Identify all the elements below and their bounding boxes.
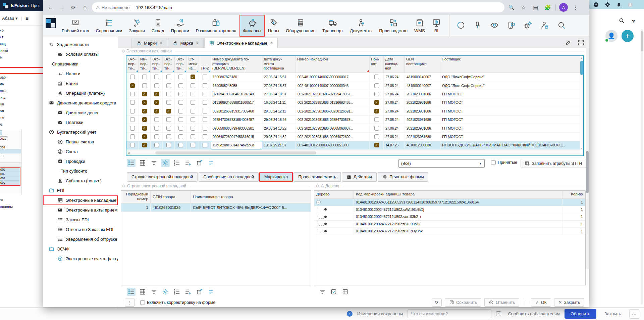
ribbon-item-9[interactable]: Транспорт: [319, 15, 347, 37]
ribbon-item-0[interactable]: Рабочий стол: [58, 15, 93, 37]
tab-0[interactable]: Марки ×: [131, 38, 167, 48]
cell-doc-date[interactable]: 29.03.24 15:26: [262, 116, 296, 124]
row-checkbox[interactable]: [191, 92, 195, 96]
cell-doc-number[interactable]: 0206407230917453316015: [211, 133, 262, 141]
fill-ettn-button[interactable]: Заполнить атрибуты ЭТТН: [521, 159, 586, 168]
marking-tree-table[interactable]: Дерево Код маркировки единицы товара Кол…: [314, 190, 586, 285]
table-row-4[interactable]: ✓✓✓032301265915931708946029.03.24 12:110…: [126, 107, 583, 116]
table-header[interactable]: Экс-пор-ти-..Им-пор-ти-..Экс-пор-ти-..Эк…: [126, 56, 583, 73]
reload-icon[interactable]: ⟳: [69, 3, 78, 12]
row-checkbox[interactable]: [203, 100, 207, 105]
col-header-2[interactable]: Номер накладной: [296, 56, 370, 73]
cell-supplier[interactable]: ГП МОГОСТ: [440, 90, 583, 98]
close-form-button[interactable]: ✕ Закрыть: [554, 298, 585, 307]
col-header-check-4[interactable]: Экс-пор-ти-..: [175, 56, 187, 73]
sidebar-item-10[interactable]: Планы счетов: [43, 137, 118, 147]
sidebar-item-12[interactable]: Проводки: [43, 156, 118, 166]
row-checkbox[interactable]: ✓: [154, 92, 159, 96]
table-hscrollbar[interactable]: ◀: [126, 150, 580, 155]
tree-collapse-icon[interactable]: −: [316, 200, 321, 204]
accepted-row-checkbox[interactable]: [374, 75, 379, 79]
row-checkbox[interactable]: [178, 100, 183, 105]
bold-button[interactable]: B: [25, 16, 29, 21]
row-checkbox[interactable]: ✓: [142, 92, 147, 96]
tree-row-1[interactable]: 0104810012002437212U50ZzaW□93c%Dj 1: [314, 206, 585, 214]
tb-list-button[interactable]: [127, 159, 136, 167]
security-chip[interactable]: ⚠ Не защищено: [96, 5, 133, 10]
ribbon-item-6[interactable]: Финансы: [239, 15, 265, 37]
line-row-0[interactable]: 1 4810268031939 СЫР БРЕСТ-ЛИТОВСК 45% ВЫ…: [121, 203, 311, 212]
pin-button[interactable]: [473, 20, 482, 31]
tb-gear-button[interactable]: [161, 159, 170, 167]
row-checkbox[interactable]: [203, 92, 207, 96]
gear-icon[interactable]: [605, 2, 610, 7]
kebab-menu-icon[interactable]: ⋮: [571, 3, 580, 12]
bg-scrollbar[interactable]: [641, 29, 643, 305]
row-checkbox[interactable]: [166, 126, 171, 131]
sidebar-item-19[interactable]: Ответы по Заказам EDI: [43, 225, 118, 234]
col-header-check-3[interactable]: Экс-пор-ти-..: [163, 56, 175, 73]
more-button[interactable]: ⋯: [629, 309, 639, 319]
tb-addlist-button[interactable]: [184, 288, 193, 296]
row-checkbox[interactable]: [130, 92, 135, 96]
cell-waybill[interactable]: 002-4810012900030-0000051300: [296, 141, 370, 149]
row-checkbox[interactable]: [178, 92, 183, 96]
sidebar-item-8[interactable]: Платежи: [43, 118, 118, 127]
row-checkbox[interactable]: ✓: [130, 83, 135, 88]
cell-waybill[interactable]: 002-2021023981686-02129419357...: [296, 90, 370, 98]
ribbon-item-7[interactable]: Цены: [265, 15, 282, 37]
user-avatar[interactable]: 👤: [605, 30, 618, 42]
tb-addlist-button[interactable]: [184, 159, 193, 167]
sidebar-item-6[interactable]: Движение денежных средств: [43, 98, 118, 108]
row-checkbox[interactable]: [178, 134, 183, 139]
cell-doc-number[interactable]: 1690808245058: [211, 81, 262, 89]
sidebar-item-7[interactable]: Движение денег: [43, 108, 118, 118]
zoom-icon[interactable]: 🔍: [507, 3, 516, 12]
col-header-3[interactable]: При-нят: [370, 56, 384, 73]
cell-gln[interactable]: 2021023981686: [405, 107, 440, 115]
table-row-6[interactable]: ✓020650606379949305828129.03.24 13:22002…: [126, 124, 583, 132]
row-checkbox[interactable]: [130, 126, 135, 131]
cell-waybill[interactable]: 002-2021023981686-02065060637...: [296, 124, 370, 132]
row-checkbox[interactable]: [178, 75, 183, 79]
tb-filter-button[interactable]: [318, 288, 327, 296]
table-row-7[interactable]: ✓020640723091745331601529.03.24 14:32002…: [126, 133, 583, 141]
tb-gear-button[interactable]: [161, 288, 170, 296]
correction-checkbox[interactable]: [140, 300, 145, 305]
forward-icon[interactable]: →: [58, 3, 66, 12]
cell-doc-number[interactable]: 0212941935704611836140: [211, 90, 262, 98]
row-checkbox[interactable]: [130, 100, 135, 105]
cell-doc-date[interactable]: 27.06.24 15:57: [262, 81, 296, 89]
cell-doc-number[interactable]: 0323012659159317089460: [211, 107, 262, 115]
panel-splitter[interactable]: [312, 190, 314, 285]
accepted-row-checkbox[interactable]: [374, 92, 379, 96]
detail-tab-0[interactable]: Строка электронной накладной: [127, 172, 198, 182]
marking-code[interactable]: 0144810012002435112505291726012431030035…: [354, 199, 562, 206]
row-checkbox[interactable]: [191, 100, 195, 105]
marking-code[interactable]: 0104810012002437212U50ZzB1□93n1j(: [354, 221, 562, 228]
app-logo[interactable]: [46, 18, 56, 28]
table-row-2[interactable]: ✓✓021294193570461183614027.06.24 10:3100…: [126, 90, 583, 98]
marking-code[interactable]: 0104810012002437212U50ZzaW□93c%Dj: [354, 206, 562, 213]
table-vscrollbar[interactable]: ▲▼: [580, 56, 583, 150]
add-button[interactable]: +: [622, 30, 634, 42]
sidebar-item-0[interactable]: Задолженности: [43, 40, 118, 49]
tb-ext-button[interactable]: [195, 288, 204, 296]
cell-date[interactable]: 27.06.24: [384, 133, 405, 141]
accepted-row-checkbox[interactable]: [374, 134, 379, 139]
cell-doc-date[interactable]: 29.03.24 12:11: [262, 107, 296, 115]
accepted-row-checkbox[interactable]: ✓: [374, 109, 379, 113]
tb-num-button[interactable]: [172, 159, 181, 167]
cell-waybill[interactable]: 002-2021023981686-02064072309...: [296, 133, 370, 141]
accepted-checkbox[interactable]: [491, 160, 496, 165]
tree-table-header[interactable]: Дерево Код маркировки единицы товара Кол…: [314, 191, 585, 199]
accepted-row-checkbox[interactable]: [374, 126, 379, 131]
tb-ext-button[interactable]: [195, 159, 204, 167]
marking-code[interactable]: 0104810012002437212U50Zzax□93h2=r: [354, 213, 562, 220]
cell-gln[interactable]: 2021023981686: [405, 98, 440, 106]
cell-doc-number[interactable]: 0131669346898811860517: [211, 98, 262, 106]
sidebar-item-16[interactable]: Электронные накладные: [43, 195, 118, 205]
cell-waybill[interactable]: 002-4819000140007-0000000017: [296, 73, 370, 81]
row-checkbox[interactable]: [166, 100, 171, 105]
row-checkbox[interactable]: ✓: [154, 100, 159, 105]
